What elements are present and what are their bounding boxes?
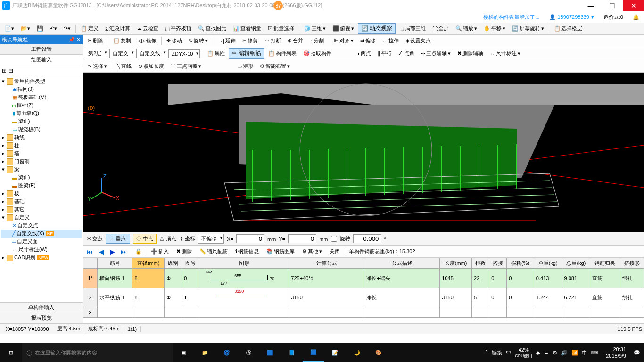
- app-5[interactable]: 📘: [281, 343, 303, 362]
- select-tool[interactable]: ↖ 选择 ▾: [85, 62, 110, 71]
- snap-vertex[interactable]: △ 顶点: [159, 235, 176, 242]
- close-panel-icon[interactable]: ✕: [76, 37, 81, 42]
- flat-button[interactable]: ⬚ 平齐板顶: [162, 24, 194, 33]
- pin-icon[interactable]: 📌: [68, 37, 75, 42]
- snap-perp[interactable]: ⊥ 垂点: [106, 234, 130, 244]
- category-select[interactable]: 自定义: [109, 49, 135, 58]
- tree-custom-pt[interactable]: ✕ 自定义点: [1, 222, 82, 230]
- offset-btn[interactable]: ⇉ 偏移: [357, 36, 379, 45]
- copy-btn[interactable]: 📋 复制: [110, 36, 134, 45]
- prev-btn[interactable]: ◀: [97, 248, 106, 255]
- tray-up[interactable]: ˄: [485, 350, 488, 356]
- tree-cad[interactable]: ▸CAD识别NEW: [1, 254, 82, 262]
- merge-btn[interactable]: ⊕ 合并: [285, 36, 306, 45]
- maximize-button[interactable]: ☐: [602, 0, 623, 11]
- split-btn[interactable]: ÷ 分割: [307, 36, 327, 45]
- 3d-button[interactable]: 🧊 三维 ▾: [301, 24, 329, 33]
- table-row[interactable]: 2 水平纵筋.18 Φ1 3150 3150净长 31505 00 1.2446…: [83, 288, 644, 307]
- attr-btn[interactable]: 📋 属性: [204, 49, 228, 58]
- app-7[interactable]: 📝: [324, 343, 346, 362]
- undo-button[interactable]: ↶▾: [47, 25, 60, 33]
- tray-cpu[interactable]: 42%CPU使用: [515, 347, 532, 359]
- last-btn[interactable]: ⏭: [119, 248, 129, 255]
- viewsteel-button[interactable]: 📊 查看钢量: [230, 24, 264, 33]
- snap-mid[interactable]: ◇ 中点: [133, 234, 157, 244]
- rotate-check[interactable]: [331, 236, 337, 242]
- lock-icon[interactable]: 🔒: [135, 248, 142, 255]
- tree-common[interactable]: ▾常用构件类型: [1, 77, 82, 85]
- extend-btn[interactable]: →| 延伸: [215, 36, 239, 45]
- user-info[interactable]: 👤 13907298339 ▾: [549, 14, 594, 20]
- table-row[interactable]: 1* 横向钢筋.1 8 Φ0 143 655 177 70 725+40*d净长…: [83, 269, 644, 288]
- align-btn[interactable]: ⊫ 对齐 ▾: [331, 36, 356, 45]
- rotate-input[interactable]: [353, 234, 381, 243]
- new-button[interactable]: 📄▾: [2, 25, 17, 33]
- tree-foundation[interactable]: ▸基础: [1, 197, 82, 206]
- scale-btn[interactable]: 📏 缩尺配筋: [197, 247, 231, 256]
- minimize-button[interactable]: —: [580, 0, 602, 11]
- top-button[interactable]: ⬛ 俯视 ▾: [330, 24, 357, 33]
- stretch-btn[interactable]: ↔ 拉伸: [380, 36, 402, 45]
- offset-mode[interactable]: 不偏移: [198, 234, 224, 244]
- steel-lib[interactable]: 📚 钢筋图库: [264, 247, 297, 256]
- notification-link[interactable]: 楼梯的构件数量增加了...: [483, 14, 539, 21]
- angle-btn[interactable]: ∠ 点角: [396, 49, 417, 58]
- pick-btn[interactable]: 🎯 拾取构件: [300, 49, 334, 58]
- open-button[interactable]: 📂▾: [18, 25, 33, 33]
- tray-shield[interactable]: 🛡: [506, 350, 511, 355]
- tray-notif[interactable]: 💬: [634, 350, 640, 356]
- smart-tool[interactable]: ⚙ 智能布置 ▾: [257, 62, 293, 71]
- tree-wall[interactable]: ▮ 剪力墙(Q): [1, 109, 82, 117]
- threeaxis-btn[interactable]: ⊹ 三点辅轴 ▾: [418, 49, 454, 58]
- task-view[interactable]: ▣: [173, 343, 194, 362]
- batch-button[interactable]: ☑ 批量选择: [265, 24, 297, 33]
- x-input[interactable]: [236, 234, 264, 243]
- start-button[interactable]: ⊞: [0, 343, 22, 362]
- type-select[interactable]: 自定义线: [136, 49, 167, 58]
- tree-custom-face[interactable]: ▱ 自定义面: [1, 238, 82, 246]
- dynamic-view-button[interactable]: 🔄 动态观察: [358, 23, 396, 34]
- zoom-button[interactable]: 🔍 缩放 ▾: [453, 24, 480, 33]
- app-edge[interactable]: ⓔ: [238, 343, 259, 362]
- app-8[interactable]: 🌙: [346, 343, 368, 362]
- delaxis-btn[interactable]: ✖ 删除辅轴: [454, 49, 486, 58]
- rotate-btn[interactable]: ↻ 旋转 ▾: [186, 36, 211, 45]
- tray-app2[interactable]: ☁: [544, 350, 549, 356]
- app-1[interactable]: 📁: [194, 343, 216, 362]
- app-6[interactable]: 🟦: [303, 343, 324, 362]
- code-select[interactable]: ZDYX-10: [168, 49, 200, 58]
- tree-beam-l[interactable]: ▬ 梁(L): [1, 173, 82, 181]
- tray-app3[interactable]: ⚙: [553, 350, 557, 356]
- tab-project-settings[interactable]: 工程设置: [0, 44, 83, 55]
- app-2[interactable]: 🌀: [216, 343, 238, 362]
- tree-wall2[interactable]: ▸墙: [1, 149, 82, 157]
- tree-raft[interactable]: ▦ 筏板基础(M): [1, 93, 82, 101]
- app-9[interactable]: 🎨: [368, 343, 389, 362]
- component-tree[interactable]: ▾常用构件类型 ⊞ 轴网(J) ▦ 筏板基础(M) ◘ 框柱(Z) ▮ 剪力墙(…: [0, 76, 83, 302]
- y-input[interactable]: [288, 234, 316, 243]
- tray-vol[interactable]: 🔊: [561, 350, 568, 356]
- viewport-3d[interactable]: Z X Y (D): [83, 73, 644, 232]
- tray-link[interactable]: 链接: [492, 349, 502, 356]
- arc-tool[interactable]: ⌒ 三点画弧 ▾: [168, 62, 204, 71]
- mirror-btn[interactable]: ◁▷ 镜像: [135, 36, 159, 45]
- tree-custom[interactable]: ▾自定义: [1, 214, 82, 222]
- cloud-button[interactable]: ☁ 云检查: [134, 24, 161, 33]
- sum-button[interactable]: Σ 汇总计算: [102, 24, 133, 33]
- collapse-all-icon[interactable]: ⊟: [8, 67, 13, 74]
- tab-draw-input[interactable]: 绘图输入: [0, 55, 83, 65]
- edit-steel-btn[interactable]: ✏ 编辑钢筋: [229, 48, 264, 59]
- other-btn[interactable]: ⚙ 其他 ▾: [299, 247, 325, 256]
- list-btn[interactable]: 📋 构件列表: [265, 49, 299, 58]
- redo-button[interactable]: ↷▾: [61, 25, 74, 33]
- tab-report-preview[interactable]: 报表预览: [0, 313, 83, 323]
- twopt-btn[interactable]: • 两点: [355, 49, 374, 58]
- tree-other[interactable]: ▸其它: [1, 206, 82, 214]
- tree-custom-line[interactable]: ╱ 自定义线(X)NE: [1, 230, 82, 238]
- delete-row[interactable]: ✖ 删除: [173, 247, 195, 256]
- search-box[interactable]: ◯ 在这里输入你要搜索的内容: [22, 343, 173, 362]
- tray-app1[interactable]: ◆: [536, 350, 540, 356]
- tray-net[interactable]: 📶: [571, 350, 578, 356]
- select-floor-button[interactable]: 📋 选择楼层: [551, 24, 585, 33]
- tree-dim[interactable]: ↔ 尺寸标注(W): [1, 246, 82, 254]
